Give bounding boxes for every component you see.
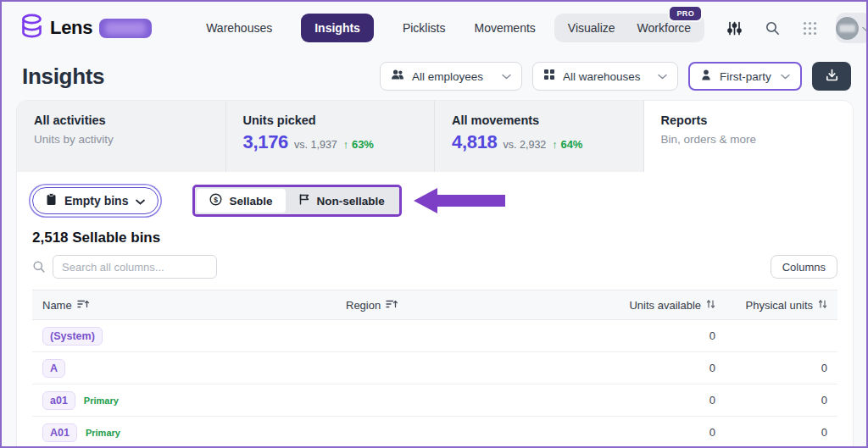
primary-nav: Warehouses Insights Picklists Movements xyxy=(206,14,536,42)
segment-sellable[interactable]: $ Sellable xyxy=(197,189,285,213)
stat-tab-all-movements[interactable]: All movements 4,818 vs. 2,932 ↑ 64% xyxy=(435,101,644,172)
grid-squares-icon xyxy=(543,69,555,84)
bin-tag: Primary xyxy=(84,395,119,406)
nav-item-warehouses[interactable]: Warehouses xyxy=(206,21,272,35)
bin-type-value: Empty bins xyxy=(64,194,128,207)
physical-units-cell: 0 xyxy=(715,362,827,374)
database-logo-icon xyxy=(20,14,43,42)
table-search-icon xyxy=(32,260,46,274)
column-header-physical-units[interactable]: Physical units xyxy=(715,299,827,312)
sort-updown-icon xyxy=(818,299,827,312)
units-available-cell: 0 xyxy=(566,362,715,374)
people-icon xyxy=(391,69,404,85)
column-header-region[interactable]: Region xyxy=(346,299,566,312)
annotation-highlight-box: $ Sellable N xyxy=(192,185,401,217)
bin-name-badge[interactable]: A01 xyxy=(42,423,77,442)
segment-non-sellable[interactable]: Non-sellable xyxy=(286,189,398,213)
org-name-redacted-badge xyxy=(99,19,152,38)
party-filter-value: First-party xyxy=(720,70,771,83)
stat-tab-reports[interactable]: Reports Bin, orders & more xyxy=(644,101,854,172)
party-filter-dropdown[interactable]: First-party xyxy=(688,62,802,91)
app-grid-icon[interactable] xyxy=(803,21,817,36)
page-title: Insights xyxy=(22,64,104,90)
clipboard-icon xyxy=(46,193,57,209)
chevron-down-icon xyxy=(136,193,145,208)
download-icon xyxy=(825,68,839,86)
search-icon[interactable] xyxy=(765,20,781,36)
sort-bars-icon xyxy=(386,299,398,312)
report-toolbar: Empty bins $ xyxy=(32,185,837,217)
physical-units-cell: 0 xyxy=(715,426,827,439)
pro-nav-group: Visualize Workforce PRO xyxy=(554,14,704,42)
chevron-down-icon xyxy=(502,74,511,80)
avatar xyxy=(836,17,859,40)
columns-button[interactable]: Columns xyxy=(771,255,837,279)
warehouses-filter-dropdown[interactable]: All warehouses xyxy=(532,62,678,91)
warehouses-filter-value: All warehouses xyxy=(563,70,641,83)
employees-filter-value: All employees xyxy=(412,70,483,83)
flag-icon xyxy=(298,193,310,208)
bin-tag: Primary xyxy=(86,428,120,438)
column-header-units-available[interactable]: Units available xyxy=(566,299,715,312)
table-row[interactable]: A01 Primary 0 0 xyxy=(32,417,837,448)
nav-item-movements[interactable]: Movements xyxy=(474,21,535,35)
units-available-cell: 0 xyxy=(566,329,715,342)
employees-filter-dropdown[interactable]: All employees xyxy=(380,62,522,91)
stat-tab-units-picked[interactable]: Units picked 3,176 vs. 1,937 ↑ 63% xyxy=(226,101,436,172)
all-movements-value: 4,818 xyxy=(452,131,498,153)
units-picked-value: 3,176 xyxy=(243,131,289,153)
svg-text:$: $ xyxy=(214,196,219,204)
filter-bar: All employees All warehouses xyxy=(380,62,851,91)
reports-panel: All activities Units by activity Units p… xyxy=(17,101,853,448)
download-button[interactable] xyxy=(812,62,851,91)
sort-updown-icon xyxy=(706,299,715,312)
stat-tabs: All activities Units by activity Units p… xyxy=(17,101,853,172)
page-header: Insights All employees xyxy=(22,54,851,98)
table-controls: Columns xyxy=(32,255,837,279)
brand-logo[interactable]: Lens xyxy=(20,14,152,42)
table-row[interactable]: a01 Primary 0 0 xyxy=(32,384,837,417)
filter-sliders-icon[interactable] xyxy=(726,20,743,36)
sort-bars-icon xyxy=(77,299,89,312)
bin-name-badge[interactable]: A xyxy=(42,359,65,378)
bin-type-dropdown[interactable]: Empty bins xyxy=(32,187,159,214)
chevron-down-icon xyxy=(781,74,790,80)
nav-item-visualize[interactable]: Visualize xyxy=(568,21,615,35)
brand-name: Lens xyxy=(50,17,92,39)
units-picked-delta: ↑ 63% xyxy=(343,138,374,151)
bin-name-badge[interactable]: (System) xyxy=(42,327,103,346)
bin-count-heading: 2,518 Sellable bins xyxy=(32,230,837,246)
table-row[interactable]: (System) 0 xyxy=(32,320,837,352)
nav-item-picklists[interactable]: Picklists xyxy=(403,21,446,35)
units-available-cell: 0 xyxy=(566,426,715,439)
bin-name-badge[interactable]: a01 xyxy=(42,391,75,410)
stat-tab-all-activities[interactable]: All activities Units by activity xyxy=(17,101,226,172)
dollar-circle-icon: $ xyxy=(209,193,222,208)
person-icon xyxy=(700,69,712,85)
user-menu[interactable] xyxy=(836,13,868,43)
pro-badge: PRO xyxy=(668,5,703,22)
top-nav-bar: Lens Warehouses Insights Picklists Movem… xyxy=(2,2,866,54)
units-picked-comparison: vs. 1,937 xyxy=(294,139,337,151)
physical-units-cell: 0 xyxy=(715,394,827,407)
all-movements-comparison: vs. 2,932 xyxy=(504,139,547,151)
chevron-down-icon xyxy=(862,20,868,36)
column-header-name[interactable]: Name xyxy=(42,299,346,312)
all-movements-delta: ↑ 64% xyxy=(552,138,582,151)
bins-table: Name Region xyxy=(32,290,837,448)
units-available-cell: 0 xyxy=(566,394,715,407)
sellable-toggle: $ Sellable N xyxy=(195,187,398,214)
annotation-arrow-icon xyxy=(412,185,507,216)
nav-item-insights[interactable]: Insights xyxy=(301,14,374,42)
search-input[interactable] xyxy=(53,255,217,279)
app-window: Lens Warehouses Insights Picklists Movem… xyxy=(0,0,868,448)
chevron-down-icon xyxy=(658,74,667,80)
nav-item-workforce[interactable]: Workforce xyxy=(637,21,692,35)
table-header-row: Name Region xyxy=(32,290,837,320)
table-row[interactable]: A 0 0 xyxy=(32,352,837,384)
